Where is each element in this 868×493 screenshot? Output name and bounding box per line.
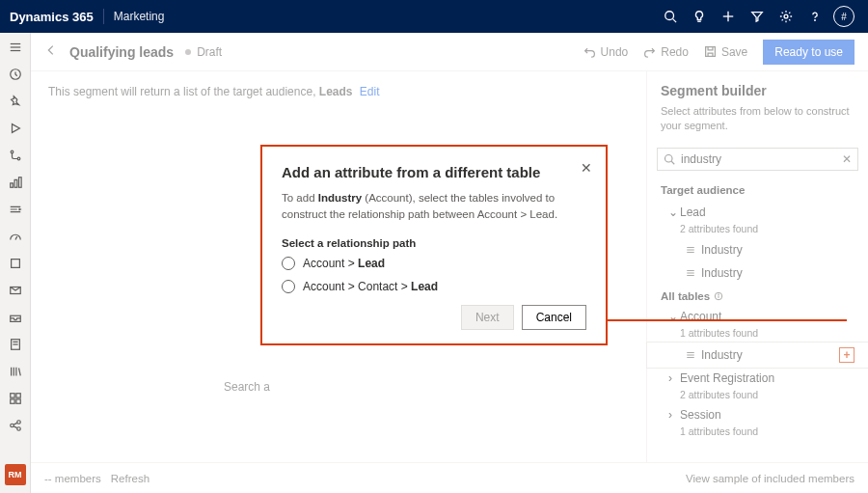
modal-description: To add Industry (Account), select the ta… (282, 190, 586, 224)
plus-icon[interactable] (714, 0, 743, 33)
svg-rect-29 (10, 399, 14, 403)
info-icon[interactable] (714, 291, 723, 301)
path-option-2[interactable]: Account > Contact > Lead (282, 280, 586, 293)
search-icon[interactable] (656, 0, 685, 33)
library-icon[interactable] (7, 363, 24, 380)
attribute-search[interactable]: ✕ (657, 148, 858, 171)
lead-count: 2 attributes found (647, 223, 868, 238)
panel-title: Segment builder (661, 83, 854, 98)
svg-point-6 (815, 20, 816, 21)
attr-account-industry[interactable]: Industry + (647, 342, 868, 368)
radio-icon (282, 280, 295, 293)
ready-to-use-button[interactable]: Ready to use (763, 40, 854, 65)
svg-line-38 (671, 161, 674, 164)
table-session[interactable]: ›Session (647, 404, 868, 425)
persona-badge[interactable]: RM (5, 464, 26, 485)
account-count: 1 attributes found (647, 327, 868, 342)
grid-icon[interactable] (7, 390, 24, 407)
next-button: Next (461, 305, 514, 330)
add-attribute-modal: Add an attribute from a different table … (260, 145, 608, 345)
member-count: -- members (44, 473, 101, 484)
search-input[interactable] (681, 152, 842, 166)
table-event-registration[interactable]: ›Event Registration (647, 368, 868, 389)
target-audience-label: Target audience (647, 180, 868, 200)
brand-label: Dynamics 365 (10, 10, 94, 24)
search-icon (664, 153, 675, 165)
help-icon[interactable] (800, 0, 829, 33)
svg-rect-14 (14, 179, 17, 187)
svg-point-5 (784, 14, 788, 18)
form-icon[interactable] (7, 336, 24, 353)
svg-line-1 (673, 19, 677, 23)
segment-builder-panel: Segment builder Select attributes from b… (646, 71, 868, 462)
back-button[interactable] (44, 43, 58, 60)
divider (103, 9, 104, 24)
view-sample-link[interactable]: View sample of included members (686, 473, 854, 484)
footer-bar: -- members Refresh View sample of includ… (31, 462, 868, 493)
speed-icon[interactable] (7, 228, 24, 245)
cancel-button[interactable]: Cancel (522, 305, 586, 330)
svg-point-31 (10, 424, 14, 427)
svg-point-47 (719, 294, 719, 295)
lightbulb-icon[interactable] (685, 0, 714, 33)
search-hint: Search a (224, 380, 270, 394)
edit-link[interactable]: Edit (360, 85, 380, 98)
svg-point-37 (665, 154, 673, 162)
trigger-icon[interactable] (7, 201, 24, 218)
undo-button[interactable]: Undo (583, 45, 629, 59)
svg-line-34 (14, 423, 17, 425)
path-option-1[interactable]: Account > Lead (282, 257, 586, 270)
table-lead[interactable]: ⌄Lead (647, 202, 868, 223)
gear-icon[interactable] (772, 0, 800, 33)
session-count: 1 attributes found (647, 425, 868, 441)
svg-rect-27 (10, 394, 14, 397)
close-icon[interactable]: ✕ (581, 160, 592, 176)
table-account[interactable]: ⌄Account (647, 306, 868, 327)
modal-title: Add an attribute from a different table (282, 164, 586, 180)
left-nav-rail: RM (0, 33, 31, 493)
svg-rect-13 (10, 183, 13, 187)
top-nav-bar: Dynamics 365 Marketing # (0, 0, 868, 33)
area-label: Marketing (114, 10, 165, 23)
svg-point-33 (16, 427, 20, 431)
svg-point-0 (665, 12, 674, 20)
attr-lead-industry-2[interactable]: Industry (647, 261, 868, 285)
play-icon[interactable] (7, 120, 24, 137)
user-avatar[interactable]: # (829, 0, 858, 33)
status-label: Draft (197, 45, 222, 59)
svg-point-12 (17, 157, 20, 160)
inbox-icon[interactable] (7, 309, 24, 326)
mail-icon[interactable] (7, 282, 24, 299)
callout-line (608, 319, 847, 321)
svg-rect-28 (15, 394, 19, 397)
panel-description: Select attributes from below to construc… (661, 104, 854, 134)
redo-button[interactable]: Redo (643, 45, 689, 59)
box-icon[interactable] (7, 255, 24, 272)
svg-line-26 (18, 369, 20, 376)
status-dot (185, 49, 191, 55)
clear-search-icon[interactable]: ✕ (842, 152, 852, 166)
menu-icon[interactable] (7, 39, 24, 56)
path-label: Select a relationship path (282, 237, 586, 249)
save-button[interactable]: Save (704, 45, 747, 59)
all-tables-label: All tables (647, 287, 868, 306)
segment-description: This segment will return a list of the t… (48, 85, 629, 98)
svg-point-32 (16, 421, 20, 425)
eventreg-count: 2 attributes found (647, 389, 868, 404)
recent-icon[interactable] (7, 66, 24, 83)
attr-lead-industry-1[interactable]: Industry (647, 238, 868, 261)
svg-rect-15 (18, 178, 21, 188)
share-icon[interactable] (7, 417, 24, 434)
refresh-link[interactable]: Refresh (111, 473, 149, 484)
pin-icon[interactable] (7, 93, 24, 110)
svg-rect-30 (15, 399, 19, 403)
journey-icon[interactable] (7, 147, 24, 164)
filter-icon[interactable] (743, 0, 772, 33)
svg-point-11 (11, 151, 14, 153)
page-title: Qualifying leads (69, 44, 174, 60)
svg-rect-17 (11, 260, 19, 268)
add-attribute-button[interactable]: + (839, 347, 854, 363)
svg-line-35 (14, 426, 17, 428)
analytics-icon[interactable] (7, 174, 24, 191)
svg-line-16 (15, 236, 17, 240)
